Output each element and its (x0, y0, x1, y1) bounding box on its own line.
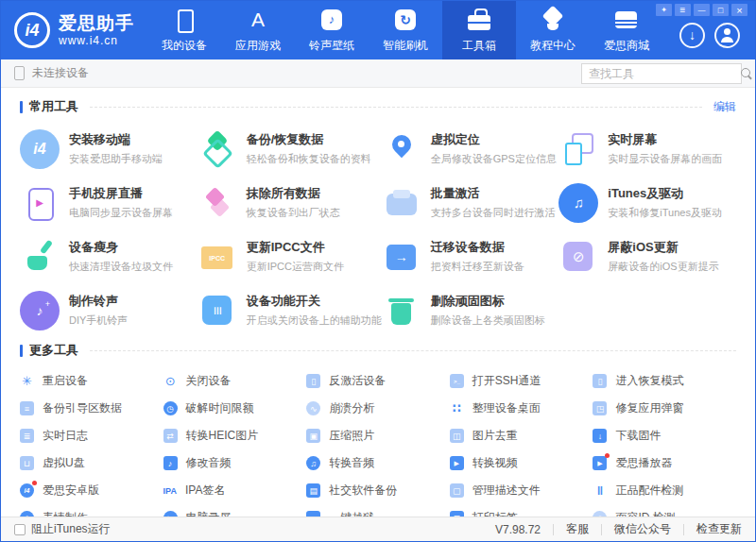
more-tool-video-convert[interactable]: 转换视频 (450, 449, 593, 477)
tool-title: 屏蔽iOS更新 (608, 239, 718, 256)
more-tool-i4-android[interactable]: 爱思安卓版 (20, 477, 163, 504)
tool-backup-restore[interactable]: 备份/恢复数据 轻松备份和恢复设备的资料 (198, 122, 382, 176)
install-mobile-icon (20, 129, 60, 169)
tool-search-box[interactable] (581, 63, 742, 84)
more-tool-manage-profiles[interactable]: 管理描述文件 (450, 477, 593, 504)
tool-erase-data[interactable]: 抹除所有数据 恢复设备到出厂状态 (198, 176, 382, 229)
more-tool-label: 反激活设备 (329, 373, 386, 389)
more-tool-compress-photo[interactable]: 压缩照片 (306, 422, 450, 449)
more-tool-label: 修复应用弹窗 (615, 400, 683, 416)
more-tool-accessory-check[interactable]: 正品配件检测 (593, 477, 736, 504)
minimize-icon[interactable] (694, 4, 710, 16)
tool-title: iTunes及驱动 (608, 185, 722, 202)
ringtone-wallpaper-icon (319, 8, 344, 32)
tool-title: 设备功能开关 (247, 293, 382, 310)
backup-boot-icon (20, 401, 34, 415)
footer-link-1[interactable]: 微信公众号 (614, 521, 671, 537)
nav-item-my-device[interactable]: 我的设备 (147, 1, 221, 59)
main-content: 常用工具 编辑 安装移动端 安装爱思助手移动端 备份/恢复数据 轻松备份和恢复设… (1, 88, 755, 532)
batch-activate-icon (382, 183, 421, 223)
screen-mirror-icon (20, 183, 60, 223)
app-window: i4 爱思助手 www.i4.cn 我的设备 应用游戏 铃声壁纸 智能刷机 工具… (0, 0, 756, 542)
erase-data-icon (198, 183, 237, 223)
more-tool-open-ssh[interactable]: 打开SSH通道 (450, 367, 593, 395)
more-tool-fix-popup[interactable]: 修复应用弹窗 (593, 395, 736, 422)
search-input[interactable] (589, 67, 735, 80)
maximize-icon[interactable] (713, 4, 729, 16)
photo-dedupe-icon (450, 429, 464, 443)
more-tool-arrange-desktop[interactable]: 整理设备桌面 (450, 395, 593, 422)
more-tool-power-off[interactable]: 关闭设备 (163, 367, 307, 395)
more-tool-recovery-mode[interactable]: 进入恢复模式 (593, 367, 736, 395)
more-tool-heic-convert[interactable]: 转换HEIC图片 (163, 422, 307, 449)
block-itunes-checkbox[interactable] (14, 524, 26, 535)
more-tool-label: 管理描述文件 (472, 483, 541, 499)
tool-title: 删除顽固图标 (431, 293, 545, 310)
common-tools-grid: 安装移动端 安装爱思助手移动端 备份/恢复数据 轻松备份和恢复设备的资料 虚拟定… (20, 122, 736, 337)
close-icon[interactable] (731, 4, 747, 16)
app-logo: i4 爱思助手 www.i4.cn (1, 1, 144, 59)
more-tool-social-backup[interactable]: 社交软件备份 (306, 477, 450, 504)
user-icon[interactable] (714, 23, 740, 48)
more-tool-crash-analysis[interactable]: 崩溃分析 (306, 395, 450, 422)
menu-icon[interactable] (675, 4, 691, 16)
search-icon[interactable] (741, 68, 752, 79)
version-label: V7.98.72 (495, 523, 541, 536)
skin-icon[interactable] (656, 4, 672, 16)
footer-link-2[interactable]: 检查更新 (696, 521, 742, 537)
nav-item-toolbox[interactable]: 工具箱 (442, 1, 516, 59)
tool-feature-switch[interactable]: 设备功能开关 开启或关闭设备上的辅助功能 (198, 283, 382, 337)
more-tool-time-limit-crack[interactable]: 破解时间限额 (163, 395, 307, 422)
audio-edit-icon (163, 456, 178, 470)
footer-right: V7.98.72 客服微信公众号检查更新 (495, 521, 742, 537)
tool-device-slim[interactable]: 设备瘦身 快速清理设备垃圾文件 (20, 229, 198, 283)
section-accent-bar (20, 101, 23, 113)
tool-desc: 删除设备上各类顽固图标 (431, 313, 545, 328)
more-tool-label: 图片去重 (472, 428, 518, 444)
tool-desc: 安装爱思助手移动端 (69, 152, 163, 166)
download-icon[interactable] (679, 23, 705, 48)
main-nav: 我的设备 应用游戏 铃声壁纸 智能刷机 工具箱 教程中心 爱思商城 (147, 1, 663, 59)
tool-desc: 全局修改设备GPS定位信息 (431, 152, 557, 166)
tool-live-screen[interactable]: 实时屏幕 实时显示设备屏幕的画面 (558, 122, 736, 176)
more-tool-download-firmware[interactable]: 下载固件 (593, 422, 736, 449)
delete-stubborn-icons-icon (382, 291, 421, 330)
more-tool-label: 转换HEIC图片 (186, 428, 259, 444)
more-tool-i4-player[interactable]: 爱思播放器 (593, 449, 736, 477)
nav-item-mall[interactable]: 爱思商城 (590, 1, 663, 59)
more-tool-virtual-usb[interactable]: 虚拟U盘 (20, 449, 163, 477)
more-tool-audio-convert[interactable]: 转换音频 (306, 449, 450, 477)
nav-item-tutorial[interactable]: 教程中心 (516, 1, 590, 59)
more-tool-deactivate-device[interactable]: 反激活设备 (306, 367, 450, 395)
more-tool-ipa-sign[interactable]: IPA签名 (163, 477, 307, 504)
edit-button[interactable]: 编辑 (713, 99, 736, 115)
mall-icon (614, 8, 639, 32)
more-tool-restart-device[interactable]: 重启设备 (20, 367, 163, 395)
tool-make-ringtone[interactable]: 制作铃声 DIY手机铃声 (20, 283, 198, 337)
tool-desc: 支持多台设备同时进行激活 (431, 206, 556, 220)
tool-ipcc-update[interactable]: 更新IPCC文件 更新IPCC运营商文件 (198, 229, 382, 283)
tool-desc: 轻松备份和恢复设备的资料 (247, 152, 371, 166)
more-tool-label: 破解时间限额 (186, 400, 254, 416)
tool-virtual-location[interactable]: 虚拟定位 全局修改设备GPS定位信息 (382, 122, 559, 176)
tool-batch-activate[interactable]: 批量激活 支持多台设备同时进行激活 (382, 176, 559, 229)
more-tool-photo-dedupe[interactable]: 图片去重 (450, 422, 593, 449)
footer-link-0[interactable]: 客服 (566, 521, 589, 537)
tool-desc: 电脑同步显示设备屏幕 (69, 206, 173, 220)
live-screen-icon (558, 129, 598, 169)
more-tool-label: 关闭设备 (186, 373, 232, 389)
tool-delete-stubborn-icons[interactable]: 删除顽固图标 删除设备上各类顽固图标 (382, 283, 559, 337)
nav-item-smart-flash[interactable]: 智能刷机 (369, 1, 442, 59)
tool-block-ios-update[interactable]: 屏蔽iOS更新 屏蔽设备的iOS更新提示 (558, 229, 736, 283)
more-tool-audio-edit[interactable]: 修改音频 (163, 449, 307, 477)
more-tool-backup-boot[interactable]: 备份引导区数据 (20, 395, 163, 422)
nav-item-app-game[interactable]: 应用游戏 (221, 1, 295, 59)
more-tool-realtime-log[interactable]: 实时日志 (20, 422, 163, 449)
accessory-check-icon (593, 483, 607, 498)
tool-screen-mirror[interactable]: 手机投屏直播 电脑同步显示设备屏幕 (20, 176, 198, 229)
nav-item-ringtone-wallpaper[interactable]: 铃声壁纸 (295, 1, 369, 59)
tool-install-mobile[interactable]: 安装移动端 安装爱思助手移动端 (20, 122, 198, 176)
tool-title: 虚拟定位 (431, 131, 557, 148)
tool-itunes-driver[interactable]: iTunes及驱动 安装和修复iTunes及驱动 (558, 176, 736, 229)
tool-migrate-data[interactable]: 迁移设备数据 把资料迁移至新设备 (382, 229, 559, 283)
